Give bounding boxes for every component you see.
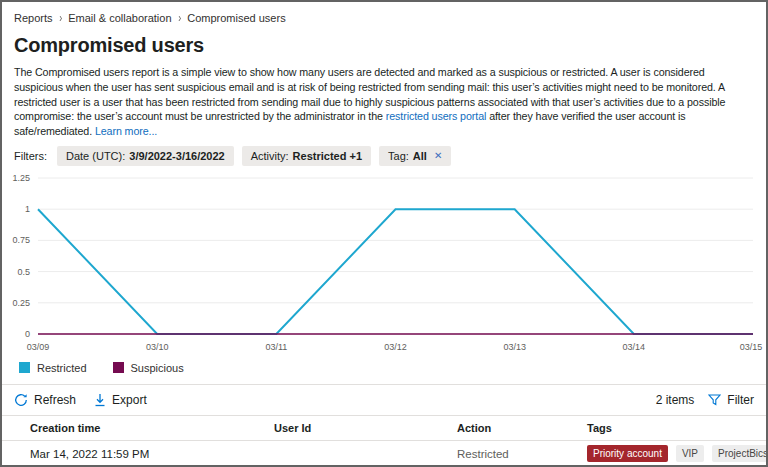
items-count: 2 items	[656, 393, 695, 407]
filter-pill-tag-value: All	[413, 150, 427, 162]
projectbicska-tag: ProjectBicska	[712, 445, 768, 462]
filter-pill-tag-label: Tag:	[388, 150, 409, 162]
report-description: The Compromised users report is a simple…	[14, 65, 756, 139]
chevron-right-icon	[178, 11, 181, 24]
svg-text:0.75: 0.75	[12, 235, 30, 245]
refresh-icon	[14, 393, 28, 407]
export-button[interactable]: Export	[94, 393, 147, 407]
suspicious-swatch-icon	[113, 362, 124, 373]
filter-button[interactable]: Filter	[708, 393, 754, 407]
svg-text:03/12: 03/12	[384, 342, 407, 352]
chart-legend: Restricted Suspicious	[19, 360, 754, 376]
chevron-right-icon	[59, 11, 62, 24]
filter-pill-activity-value: Restricted +1	[293, 150, 362, 162]
column-header-action[interactable]: Action	[457, 422, 587, 434]
creation-time-cell: Mar 14, 2022 11:59 PM	[30, 448, 274, 460]
filters-label: Filters:	[14, 150, 47, 162]
filter-pill-tag[interactable]: Tag: All ✕	[379, 146, 451, 166]
svg-text:0.5: 0.5	[17, 267, 30, 277]
breadcrumb-compromised-users: Compromised users	[187, 12, 285, 24]
table-row[interactable]: Mar 14, 2022 11:59 PM Restricted Priorit…	[2, 441, 766, 467]
filter-pill-activity[interactable]: Activity: Restricted +1	[242, 146, 371, 166]
learn-more-link[interactable]: Learn more...	[95, 125, 157, 137]
download-icon	[94, 393, 106, 407]
breadcrumb-reports[interactable]: Reports	[14, 12, 53, 24]
filters-bar: Filters: Date (UTC): 3/9/2022-3/16/2022 …	[14, 146, 754, 166]
svg-text:1.25: 1.25	[12, 173, 30, 183]
svg-text:0: 0	[25, 329, 30, 339]
legend-item-suspicious[interactable]: Suspicious	[113, 362, 184, 374]
breadcrumb: Reports Email & collaboration Compromise…	[14, 12, 754, 24]
filter-pill-date-label: Date (UTC):	[66, 150, 125, 162]
svg-text:03/15: 03/15	[740, 342, 763, 352]
filter-pill-activity-label: Activity:	[251, 150, 289, 162]
breadcrumb-email-collaboration[interactable]: Email & collaboration	[68, 12, 171, 24]
svg-text:03/13: 03/13	[503, 342, 526, 352]
results-table: Creation time User Id Action Tags Mar 14…	[2, 415, 766, 467]
refresh-label: Refresh	[34, 393, 76, 407]
restricted-users-portal-link[interactable]: restricted users portal	[386, 110, 486, 122]
chart-area: 00.250.50.7511.2503/0903/1003/1103/1203/…	[2, 170, 766, 376]
line-chart: 00.250.50.7511.2503/0903/1003/1103/1203/…	[2, 170, 766, 360]
filter-pill-date-value: 3/9/2022-3/16/2022	[129, 150, 224, 162]
priority-account-tag: Priority account	[587, 445, 668, 462]
svg-text:0.25: 0.25	[12, 298, 30, 308]
command-bar: Refresh Export 2 items Filter	[2, 385, 766, 415]
compromised-users-report-page: Reports Email & collaboration Compromise…	[2, 2, 766, 467]
refresh-button[interactable]: Refresh	[14, 393, 76, 407]
column-header-user-id[interactable]: User Id	[274, 422, 457, 434]
column-header-creation-time[interactable]: Creation time	[30, 422, 274, 434]
action-cell: Restricted	[457, 448, 587, 460]
column-header-tags[interactable]: Tags	[587, 422, 754, 434]
legend-item-restricted[interactable]: Restricted	[19, 362, 87, 374]
filter-funnel-icon	[708, 394, 721, 406]
svg-text:03/10: 03/10	[146, 342, 169, 352]
table-header-row: Creation time User Id Action Tags	[2, 415, 766, 441]
svg-text:1: 1	[25, 204, 30, 214]
export-label: Export	[112, 393, 147, 407]
restricted-swatch-icon	[19, 362, 30, 373]
legend-restricted-label: Restricted	[37, 362, 87, 374]
tags-cell: Priority account VIP ProjectBicska	[587, 445, 768, 462]
close-icon[interactable]: ✕	[434, 151, 442, 161]
filter-label: Filter	[727, 393, 754, 407]
svg-text:03/11: 03/11	[265, 342, 287, 352]
legend-suspicious-label: Suspicious	[131, 362, 184, 374]
vip-tag: VIP	[676, 445, 704, 462]
svg-text:03/14: 03/14	[623, 342, 646, 352]
page-title: Compromised users	[14, 33, 754, 57]
svg-text:03/09: 03/09	[27, 342, 50, 352]
filter-pill-date[interactable]: Date (UTC): 3/9/2022-3/16/2022	[57, 146, 234, 166]
